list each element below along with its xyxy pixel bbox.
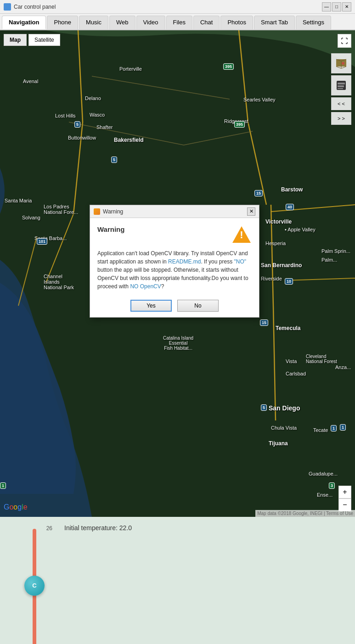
- dialog-body: Warning ! Application can't load OpenCV …: [90, 218, 259, 296]
- app-icon: [4, 3, 11, 11]
- dialog-title-icon: [94, 208, 100, 215]
- dialog-heading: Warning: [97, 225, 124, 233]
- map-container: Map Satellite Porterville Avenal Delano …: [0, 30, 355, 517]
- tab-smarttab[interactable]: Smart Tab: [254, 16, 295, 29]
- dialog-header: Warning !: [97, 225, 252, 244]
- tab-chat[interactable]: Chat: [193, 16, 220, 29]
- yes-button[interactable]: Yes: [130, 300, 172, 312]
- window-controls: — □ ✕: [322, 2, 351, 11]
- title-bar: Car control panel — □ ✕: [0, 0, 355, 14]
- bottom-panel: 26 16 C Initial temperature: 22.0: [0, 517, 355, 644]
- tab-photos[interactable]: Photos: [220, 16, 253, 29]
- dialog-buttons: Yes No: [90, 296, 259, 317]
- tab-navigation[interactable]: Navigation: [2, 16, 46, 29]
- dialog-overlay: Warning ✕ Warning ! Application can't: [0, 30, 355, 517]
- dialog-titlebar: Warning ✕: [90, 205, 259, 218]
- minimize-button[interactable]: —: [322, 2, 331, 11]
- window-title: Car control panel: [14, 4, 56, 10]
- dialog-close-button[interactable]: ✕: [247, 207, 255, 216]
- warning-icon: !: [231, 225, 252, 244]
- no-button[interactable]: No: [177, 300, 219, 312]
- warning-dialog: Warning ✕ Warning ! Application can't: [90, 205, 259, 318]
- tab-settings[interactable]: Settings: [296, 16, 331, 29]
- temperature-thumb[interactable]: C: [24, 576, 45, 596]
- warning-triangle-icon: !: [231, 225, 252, 244]
- temperature-slider-container: 26 16 C: [28, 529, 41, 644]
- dialog-message: Application can't load OpenCV library. T…: [97, 249, 252, 291]
- tab-files[interactable]: Files: [166, 16, 192, 29]
- tab-music[interactable]: Music: [79, 16, 108, 29]
- dialog-title-text: Warning: [103, 208, 123, 215]
- tab-bar: Navigation Phone Music Web Video Files C…: [0, 14, 355, 30]
- tab-video[interactable]: Video: [136, 16, 165, 29]
- maximize-button[interactable]: □: [332, 2, 341, 11]
- temperature-label: Initial temperature: 22.0: [64, 524, 132, 532]
- close-button[interactable]: ✕: [342, 2, 351, 11]
- slider-max-label: 26: [46, 525, 52, 532]
- tab-web[interactable]: Web: [109, 16, 135, 29]
- tab-phone[interactable]: Phone: [47, 16, 78, 29]
- svg-text:!: !: [240, 229, 243, 241]
